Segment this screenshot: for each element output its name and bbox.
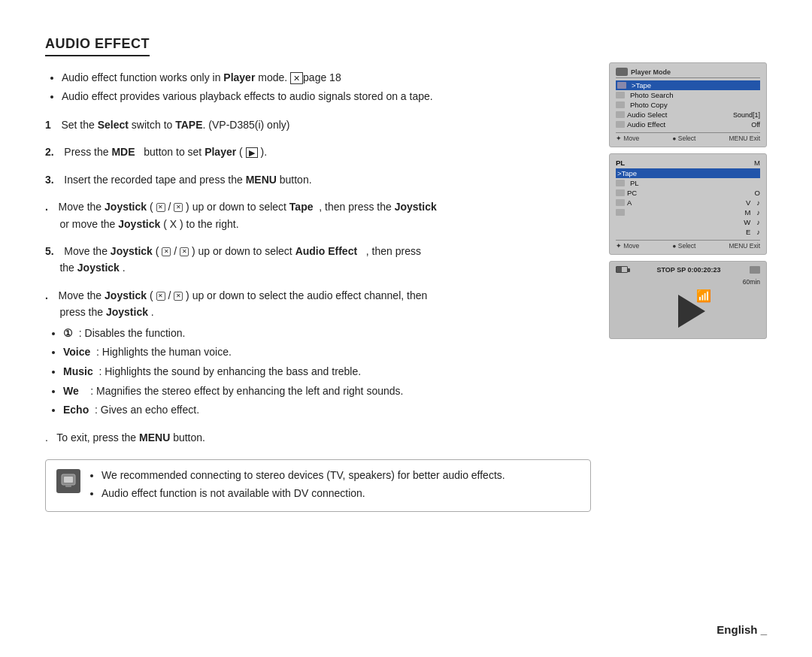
panel3-status: STOP SP 0:00:20:23 bbox=[656, 266, 720, 274]
svg-rect-2 bbox=[65, 485, 71, 487]
joystick-sym-4: ✕ bbox=[180, 247, 189, 256]
audio-effect-value: Off bbox=[751, 121, 760, 129]
panel2-e-val: E ♪ bbox=[746, 228, 760, 236]
panel1-row-audio-select: Audio Select Sound[1] bbox=[616, 110, 760, 120]
right-panels: Player Mode >Tape Photo Search Photo Cop… bbox=[609, 62, 767, 512]
svg-rect-1 bbox=[64, 477, 73, 483]
panel1-move-label: ✦ Move bbox=[616, 135, 639, 142]
joystick-sym-1: ✕ bbox=[156, 203, 165, 212]
panel2-pc-val: O bbox=[755, 189, 760, 197]
note-svg-icon bbox=[60, 473, 77, 489]
panel2-pc-icon bbox=[616, 189, 625, 196]
note-box: We recommended connecting to stereo devi… bbox=[45, 459, 591, 512]
panel1-menu-label: MENU Exit bbox=[729, 135, 760, 142]
panel3-time: 60min bbox=[616, 278, 760, 286]
intro-bullets: Audio effect function works only in Play… bbox=[45, 70, 591, 104]
cam-icon bbox=[616, 68, 628, 76]
step-3: 3. Insert the recorded tape and press th… bbox=[45, 171, 591, 188]
panel1-bottom-bar: ✦ Move ● Select MENU Exit bbox=[616, 132, 760, 142]
panel2-pc-row: PC O bbox=[616, 188, 760, 198]
panel1-row-audio-effect: Audio Effect Off bbox=[616, 120, 760, 129]
panel2-menu-label: MENU Exit bbox=[729, 242, 760, 250]
panel2-v-val: V ♪ bbox=[746, 198, 760, 207]
step-2: 2. Press the MDE button to set Player ( … bbox=[45, 144, 591, 160]
audio-effect-icon bbox=[616, 121, 625, 128]
page: AUDIO EFFECT Audio effect function works… bbox=[0, 0, 812, 657]
panel2-row-m: M ♪ bbox=[616, 207, 760, 217]
note-icon bbox=[56, 469, 80, 493]
panel2-a-icon bbox=[616, 199, 625, 206]
footer-english: English _ bbox=[717, 623, 767, 636]
panel2-m-val: M ♪ bbox=[744, 208, 760, 216]
sub-bullets-list: ① : Disables the function. Voice : Highl… bbox=[63, 325, 591, 419]
panel2-tape-row: >Tape bbox=[616, 168, 760, 178]
left-content: Audio effect function works only in Play… bbox=[45, 70, 591, 512]
sub-bullet-voice: Voice : Highlights the human voice. bbox=[63, 344, 591, 361]
tape-icon-small bbox=[750, 266, 760, 274]
step-dot-2: . Move the Joystick ( ✕ / ✕ ) up or down… bbox=[45, 287, 591, 419]
sub-bullet-music: Music : Highlights the sound by enhancin… bbox=[63, 364, 591, 380]
joystick-sym-2: ✕ bbox=[174, 203, 183, 212]
panel3-arrow-area: 📶 bbox=[616, 289, 760, 334]
panel1-row-tape: >Tape bbox=[616, 80, 760, 90]
exit-step: . To exit, press the MENU button. bbox=[45, 429, 591, 446]
note-bullet-1: We recommended connecting to stereo devi… bbox=[102, 468, 505, 483]
joystick-sym-5: ✕ bbox=[156, 292, 165, 301]
panel2-w-val: W ♪ bbox=[744, 218, 760, 226]
panel1-row-photo-copy: Photo Copy bbox=[616, 100, 760, 110]
sub-bullet-off: ① : Disables the function. bbox=[63, 325, 591, 342]
joystick-sym-6: ✕ bbox=[174, 292, 183, 301]
intro-bullet-1: Audio effect function works only in Play… bbox=[62, 70, 591, 86]
panel2-select-label: ● Select bbox=[672, 242, 695, 250]
screen-panel-1: Player Mode >Tape Photo Search Photo Cop… bbox=[609, 62, 767, 147]
page-title: AUDIO EFFECT bbox=[45, 36, 150, 56]
screen-panel-2: PL M >Tape PL PC O bbox=[609, 153, 767, 255]
sub-bullet-echo: Echo : Gives an echo effect. bbox=[63, 402, 591, 419]
main-content: Audio effect function works only in Play… bbox=[45, 70, 767, 512]
panel2-pl-label: PL bbox=[616, 159, 625, 167]
panel1-select-label: ● Select bbox=[672, 135, 695, 142]
photo-search-icon bbox=[616, 92, 625, 98]
joystick-sym-3: ✕ bbox=[162, 247, 171, 256]
step-5: 5. Move the Joystick ( ✕ / ✕ ) up or dow… bbox=[45, 243, 591, 277]
tape-icon bbox=[617, 82, 626, 89]
panel2-row-w: W ♪ bbox=[616, 217, 760, 227]
screen-panel-3: STOP SP 0:00:20:23 60min 📶 bbox=[609, 261, 767, 339]
panel1-row-photo-search: Photo Search bbox=[616, 90, 760, 100]
step-dot-1: . Move the Joystick ( ✕ / ✕ ) up or down… bbox=[45, 198, 591, 232]
panel1-title: Player Mode bbox=[616, 68, 760, 78]
panel2-row-e: E ♪ bbox=[616, 227, 760, 237]
page-ref: ✕ bbox=[290, 72, 303, 84]
panel3-top: STOP SP 0:00:20:23 bbox=[616, 266, 760, 274]
panel2-pl-icon bbox=[616, 180, 625, 186]
battery-icon bbox=[616, 266, 628, 273]
then-press-text: then press bbox=[325, 201, 374, 213]
panel2-move-label: ✦ Move bbox=[616, 242, 639, 250]
signal-icon: 📶 bbox=[696, 289, 711, 303]
panel2-m-label: M bbox=[754, 159, 760, 167]
audio-select-value: Sound[1] bbox=[733, 111, 760, 119]
panel2-pl-row: PL bbox=[616, 178, 760, 188]
panel2-a-row: A V ♪ bbox=[616, 198, 760, 207]
intro-bullet-2: Audio effect provides various playback e… bbox=[62, 89, 591, 104]
sub-bullet-we: We : Magnifies the stereo effect by enha… bbox=[63, 383, 591, 400]
photo-copy-icon bbox=[616, 101, 625, 108]
panel2-bottom-bar: ✦ Move ● Select MENU Exit bbox=[616, 240, 760, 250]
note-content: We recommended connecting to stereo devi… bbox=[89, 468, 505, 504]
step-1: 1 Set the Select switch to TAPE. (VP-D38… bbox=[45, 117, 591, 133]
audio-select-icon bbox=[616, 111, 625, 118]
note-bullet-2: Audio effect function is not available w… bbox=[102, 486, 505, 501]
panel2-row-m-icon bbox=[616, 209, 625, 216]
